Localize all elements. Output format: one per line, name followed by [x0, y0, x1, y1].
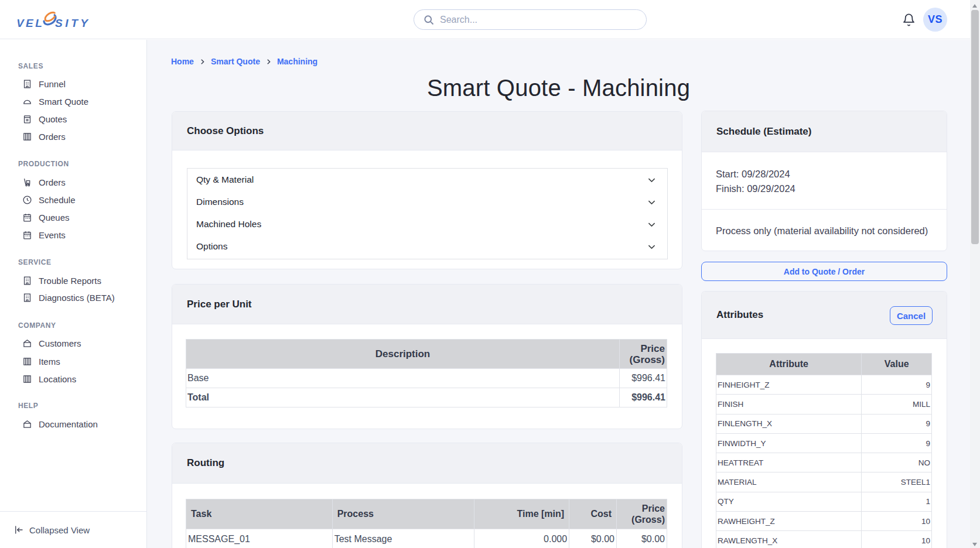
svg-text:VEL: VEL	[18, 17, 44, 29]
svg-text:SITY: SITY	[55, 17, 91, 29]
